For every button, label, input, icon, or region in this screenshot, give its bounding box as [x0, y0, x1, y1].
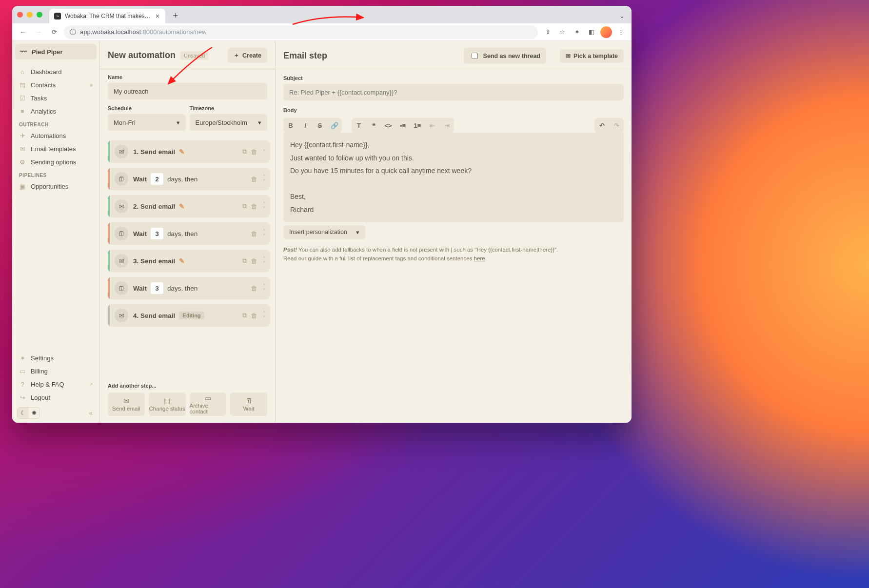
- delete-icon[interactable]: 🗑: [251, 312, 257, 319]
- duplicate-icon[interactable]: ⧉: [242, 257, 247, 265]
- extensions-icon[interactable]: ✦: [571, 26, 583, 38]
- sidebar-item-analytics[interactable]: ≡ Analytics: [15, 105, 97, 118]
- step-send-email[interactable]: ✉2. Send email✎ ⧉ 🗑 ˄˅: [108, 195, 270, 217]
- move-down-icon[interactable]: ˅: [263, 179, 265, 183]
- sidebar-item-email-templates[interactable]: ✉ Email templates: [15, 142, 97, 156]
- sidebar-item-label: Billing: [31, 368, 48, 375]
- edit-icon[interactable]: ✎: [179, 257, 185, 265]
- body-editor[interactable]: Hey {{contact.first-name}},Just wanted t…: [283, 133, 624, 222]
- new-tab-button[interactable]: +: [169, 9, 182, 22]
- address-bar[interactable]: ⓘ app.wobaka.localhost:8000/automations/…: [64, 25, 538, 39]
- sidebar-item-tasks[interactable]: ☑ Tasks: [15, 92, 97, 105]
- step-wait[interactable]: 🗓Wait 3 days, then 🗑 ˄˅: [108, 222, 270, 245]
- name-label: Name: [108, 74, 267, 80]
- collapse-sidebar-button[interactable]: «: [87, 407, 95, 419]
- add-step-archive-contact[interactable]: ▭Archive contact: [190, 392, 227, 416]
- name-input[interactable]: [108, 83, 267, 99]
- site-info-icon[interactable]: ⓘ: [70, 28, 76, 37]
- tab-overflow-button[interactable]: ⌄: [617, 10, 627, 21]
- outdent-button[interactable]: ⇤: [425, 118, 439, 133]
- close-window-button[interactable]: [17, 12, 23, 18]
- move-down-icon[interactable]: ˅: [263, 261, 265, 265]
- move-down-icon[interactable]: ˅: [263, 150, 265, 154]
- add-step-change-status[interactable]: ▤Change status: [149, 392, 186, 416]
- move-down-icon[interactable]: ˅: [263, 206, 265, 211]
- heading-button[interactable]: T: [352, 118, 366, 133]
- sidebar-item-sending-options[interactable]: ⚙ Sending options: [15, 156, 97, 169]
- hint-link[interactable]: here: [474, 255, 485, 261]
- insert-personalization-select[interactable]: Insert personalization ▾: [283, 225, 365, 239]
- sidebar-item-dashboard[interactable]: ⌂ Dashboard: [15, 65, 97, 78]
- bullet-list-button[interactable]: •≡: [395, 118, 410, 133]
- add-step-send-email[interactable]: ✉Send email: [108, 392, 145, 416]
- delete-icon[interactable]: 🗑: [251, 176, 257, 183]
- edit-icon[interactable]: ✎: [179, 202, 185, 210]
- subject-input[interactable]: [283, 84, 624, 100]
- delete-icon[interactable]: 🗑: [251, 285, 257, 292]
- maximize-window-button[interactable]: [37, 12, 42, 18]
- browser-tab[interactable]: ~ Wobaka: The CRM that makes… ×: [49, 9, 165, 23]
- step-send-email[interactable]: ✉4. Send emailEditing ⧉ 🗑 ˄˅: [108, 304, 270, 327]
- move-down-icon[interactable]: ˅: [263, 234, 265, 238]
- wait-days-input[interactable]: 2: [151, 173, 163, 185]
- theme-auto-icon[interactable]: ✺: [29, 408, 40, 418]
- undo-button[interactable]: ↶: [594, 118, 609, 133]
- wait-days-input[interactable]: 3: [151, 282, 163, 294]
- sidebar-item-settings[interactable]: ✶ Settings: [15, 352, 97, 365]
- code-button[interactable]: <>: [381, 118, 395, 133]
- create-button[interactable]: ＋ Create: [228, 48, 267, 63]
- edit-icon[interactable]: ✎: [179, 148, 185, 156]
- duplicate-icon[interactable]: ⧉: [242, 312, 247, 319]
- calendar-icon: 🗓: [115, 172, 128, 186]
- panel-icon[interactable]: ◧: [586, 26, 597, 38]
- move-down-icon[interactable]: ˅: [263, 315, 265, 320]
- step-wait[interactable]: 🗓Wait 3 days, then 🗑 ˄˅: [108, 277, 270, 299]
- profile-avatar[interactable]: [600, 26, 612, 38]
- sidebar-item-help-faq[interactable]: ? Help & FAQ: [15, 378, 97, 391]
- back-button[interactable]: ←: [17, 26, 29, 38]
- sidebar-item-contacts[interactable]: ▤ Contacts: [15, 78, 97, 92]
- sidebar-item-billing[interactable]: ▭ Billing: [15, 365, 97, 378]
- sidebar-item-automations[interactable]: ✈ Automations: [15, 129, 97, 142]
- delete-icon[interactable]: 🗑: [251, 257, 257, 265]
- move-down-icon[interactable]: ˅: [263, 288, 265, 293]
- redo-button[interactable]: ↷: [609, 118, 624, 133]
- link-button[interactable]: 🔗: [327, 118, 342, 133]
- quote-button[interactable]: ❝: [366, 118, 381, 133]
- step-send-email[interactable]: ✉3. Send email✎ ⧉ 🗑 ˄˅: [108, 250, 270, 272]
- sidebar-item-icon: ☑: [19, 95, 26, 102]
- theme-dark-icon[interactable]: ☾: [18, 408, 29, 418]
- bold-button[interactable]: B: [283, 118, 298, 133]
- chrome-menu-icon[interactable]: ⋮: [615, 26, 627, 38]
- close-tab-icon[interactable]: ×: [155, 12, 160, 20]
- delete-icon[interactable]: 🗑: [251, 148, 257, 156]
- timezone-select[interactable]: Europe/Stockholm ▾: [190, 114, 268, 131]
- duplicate-icon[interactable]: ⧉: [242, 148, 247, 156]
- sidebar-item-opportunities[interactable]: ▣ Opportunities: [15, 180, 97, 193]
- wait-days-input[interactable]: 3: [151, 228, 163, 239]
- forward-button[interactable]: →: [33, 26, 44, 38]
- add-step-wait[interactable]: 🗓Wait: [230, 392, 267, 416]
- sidebar-item-icon: ▤: [19, 81, 26, 89]
- delete-icon[interactable]: 🗑: [251, 203, 257, 210]
- theme-toggle[interactable]: ☾ ✺: [17, 407, 40, 419]
- send-as-new-thread-checkbox[interactable]: [472, 53, 478, 59]
- pick-template-button[interactable]: ✉ Pick a template: [560, 49, 624, 63]
- italic-button[interactable]: I: [298, 118, 313, 133]
- duplicate-icon[interactable]: ⧉: [242, 202, 247, 210]
- delete-icon[interactable]: 🗑: [251, 230, 257, 237]
- step-wait[interactable]: 🗓Wait 2 days, then 🗑 ˄˅: [108, 168, 270, 190]
- workspace-switcher[interactable]: 〰 Pied Piper: [15, 44, 97, 59]
- sidebar-item-logout[interactable]: ↪ Logout: [15, 391, 97, 404]
- strike-button[interactable]: S̶: [313, 118, 327, 133]
- reload-button[interactable]: ⟳: [48, 26, 60, 38]
- schedule-select[interactable]: Mon-Fri ▾: [108, 114, 186, 131]
- indent-button[interactable]: ⇥: [439, 118, 454, 133]
- chrome-toolbar: ← → ⟳ ⓘ app.wobaka.localhost:8000/automa…: [12, 23, 632, 41]
- minimize-window-button[interactable]: [27, 12, 33, 18]
- bookmark-icon[interactable]: ☆: [556, 26, 568, 38]
- send-as-new-thread-toggle[interactable]: Send as new thread: [464, 48, 546, 64]
- number-list-button[interactable]: 1≡: [410, 118, 425, 133]
- share-icon[interactable]: ⇪: [542, 26, 553, 38]
- step-send-email[interactable]: ✉1. Send email✎ ⧉ 🗑 ˅: [108, 140, 270, 163]
